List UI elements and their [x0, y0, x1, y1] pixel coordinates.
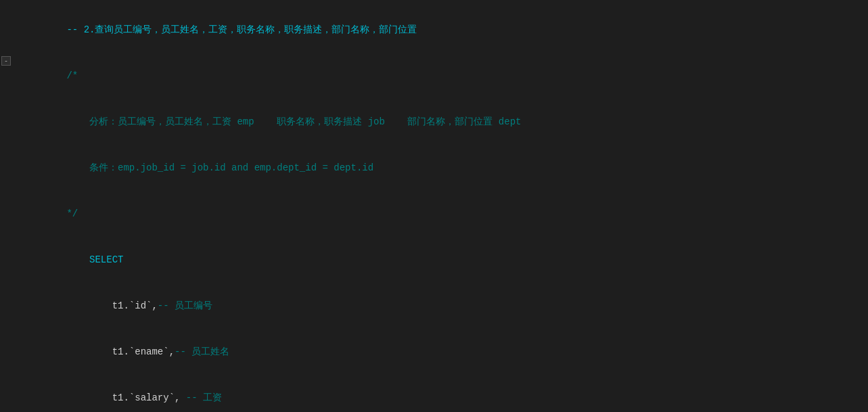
line-4: 条件：emp.job_id = job.id and emp.dept_id =… — [0, 145, 868, 191]
comment-ename: -- 员工姓名 — [175, 346, 229, 357]
line-content-9: t1.`salary`, -- 工资 — [27, 375, 868, 412]
block-comment-close: */ — [66, 208, 78, 219]
comment-analysis: 分析：员工编号，员工姓名，工资 emp 职务名称，职务描述 job 部门名称，部… — [66, 116, 521, 127]
line-2: - /* — [0, 53, 868, 99]
line-7: t1.`id`,-- 员工编号 — [0, 283, 868, 329]
collapse-button[interactable]: - — [1, 56, 11, 66]
line-content-1: -- 2.查询员工编号，员工姓名，工资，职务名称，职务描述，部门名称，部门位置 — [27, 7, 868, 52]
line-content-5: */ — [27, 191, 868, 236]
select-keyword: SELECT — [66, 254, 123, 265]
line-8: t1.`ename`,-- 员工姓名 — [0, 329, 868, 375]
line-5: */ — [0, 191, 868, 237]
line-1: -- 2.查询员工编号，员工姓名，工资，职务名称，职务描述，部门名称，部门位置 — [0, 7, 868, 53]
comment-salary: -- 工资 — [186, 392, 222, 403]
block-comment-open: /* — [66, 70, 78, 81]
field-t1-ename: t1.`ename`, — [66, 346, 175, 357]
line-content-3: 分析：员工编号，员工姓名，工资 emp 职务名称，职务描述 job 部门名称，部… — [27, 99, 868, 144]
line-content-6: SELECT — [27, 237, 868, 282]
comment-conditions: 条件：emp.job_id = job.id and emp.dept_id =… — [66, 162, 373, 173]
field-t1-salary: t1.`salary`, — [66, 392, 185, 403]
code-editor: -- 2.查询员工编号，员工姓名，工资，职务名称，职务描述，部门名称，部门位置 … — [0, 0, 868, 412]
line-content-4: 条件：emp.job_id = job.id and emp.dept_id =… — [27, 145, 868, 190]
line-content-7: t1.`id`,-- 员工编号 — [27, 283, 868, 328]
comment-heading: -- 2.查询员工编号，员工姓名，工资，职务名称，职务描述，部门名称，部门位置 — [66, 24, 417, 35]
line-9: t1.`salary`, -- 工资 — [0, 375, 868, 412]
field-t1-id: t1.`id`, — [66, 300, 157, 311]
line-content-8: t1.`ename`,-- 员工姓名 — [27, 329, 868, 374]
line-3: 分析：员工编号，员工姓名，工资 emp 职务名称，职务描述 job 部门名称，部… — [0, 99, 868, 145]
line-6: SELECT — [0, 237, 868, 283]
comment-id: -- 员工编号 — [158, 300, 212, 311]
line-content-2: /* — [27, 53, 868, 98]
